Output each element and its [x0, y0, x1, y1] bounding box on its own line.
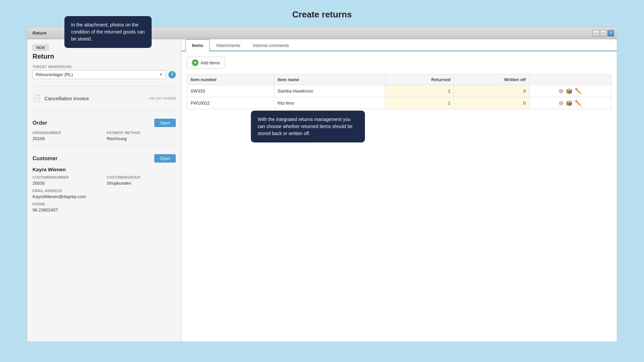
col-header-written-off: Written off — [454, 74, 529, 85]
returned-cell: 1 — [385, 85, 454, 97]
callout-box-1: In the attachment, photos on the conditi… — [64, 16, 152, 48]
customer-section: Customer Open Kayra Wienen CUSTOMERNUMBE… — [33, 151, 176, 213]
payment-method-col: PAYMENT METHOD Rechnung — [107, 131, 176, 141]
written-off-cell: 0 — [454, 85, 529, 97]
written-off-cell: 0 — [454, 97, 529, 109]
ordernumber-col: ORDERNUMBER 20109 — [33, 131, 102, 141]
order-section: Order Open ORDERNUMBER 20109 PAYMENT MET… — [33, 115, 176, 141]
document-icon: 📄 — [33, 94, 41, 102]
maximize-button[interactable]: □ — [600, 30, 607, 37]
col-header-item-number: Item number — [187, 74, 274, 85]
callout-1-text: In the attachment, photos on the conditi… — [71, 22, 145, 42]
not-yet-created: not yet created — [149, 96, 176, 101]
action-cell: ⊖ 📦 ✏️ — [529, 97, 611, 109]
tab-attachments[interactable]: Attachments — [210, 39, 247, 51]
plus-circle-icon: + — [192, 59, 199, 66]
ordernumber-label: ORDERNUMBER — [33, 131, 102, 135]
box-icon[interactable]: 📦 — [566, 100, 573, 106]
window-body: NEW Return TARGET WAREHOUSE Retourenlage… — [27, 39, 617, 342]
close-button[interactable]: ✕ — [607, 30, 614, 37]
email-value: KayraWienen@dayrep.com — [33, 194, 176, 199]
item-name-cell: Samba Haselnuss — [274, 85, 385, 97]
col-header-item-name: Item name — [274, 74, 385, 85]
warehouse-value: Retourenlager (RL) — [36, 72, 73, 77]
table-row: SW333 Samba Haselnuss 1 0 ⊖ 📦 ✏️ — [187, 85, 611, 97]
add-items-label: Add items — [201, 60, 220, 65]
divider-2 — [33, 110, 176, 111]
warehouse-row: Retourenlager (RL) ▼ ? — [33, 70, 176, 79]
warehouse-select[interactable]: Retourenlager (RL) ▼ — [33, 70, 166, 79]
phone-label: PHONE — [33, 202, 176, 206]
callout-box-2: With the integrated returns management y… — [251, 111, 365, 142]
customer-info-1: CUSTOMERNUMBER 20030 CUSTOMERGROUP Shopk… — [33, 176, 176, 186]
order-info: ORDERNUMBER 20109 PAYMENT METHOD Rechnun… — [33, 131, 176, 141]
order-section-header: Order Open — [33, 119, 176, 127]
sidebar-section-title: Return — [33, 53, 176, 60]
tabs-bar: Items Attachments Internal comments — [181, 39, 617, 51]
customer-open-button[interactable]: Open — [154, 154, 176, 163]
add-items-button[interactable]: + Add items — [187, 57, 225, 69]
status-badge: NEW — [33, 45, 49, 51]
delete-icon[interactable]: ⊖ — [559, 88, 563, 94]
minimize-button[interactable]: — — [593, 30, 599, 37]
main-content: Items Attachments Internal comments + Ad… — [181, 39, 617, 342]
table-body: SW333 Samba Haselnuss 1 0 ⊖ 📦 ✏️ PW1001 — [187, 85, 611, 109]
edit-icon[interactable]: ✏️ — [575, 88, 582, 94]
item-name-cell: fritz-limo — [274, 97, 385, 109]
window-title: Return — [30, 31, 47, 36]
table-row: PW10012 fritz-limo 1 0 ⊖ 📦 ✏️ — [187, 97, 611, 109]
main-window: Return — □ ✕ NEW Return TARGET WAREHOUSE… — [27, 27, 617, 342]
divider-1 — [33, 86, 176, 86]
tab-internal-comments[interactable]: Internal comments — [247, 39, 295, 51]
callout-2-text: With the integrated returns management y… — [258, 117, 353, 136]
customergroup-col: CUSTOMERGROUP Shopkunden — [107, 176, 176, 186]
email-label: EMAIL ADDRESS — [33, 189, 176, 193]
cancellation-section: 📄 Cancellation invoice not yet created — [33, 91, 176, 106]
col-header-returned: Returned — [385, 74, 454, 85]
tab-items[interactable]: Items — [185, 39, 210, 51]
content-area: + Add items Item number Item name Return… — [181, 51, 617, 342]
customer-section-header: Customer Open — [33, 154, 176, 163]
delete-icon[interactable]: ⊖ — [559, 100, 563, 106]
help-icon[interactable]: ? — [168, 71, 176, 78]
customernumber-col: CUSTOMERNUMBER 20030 — [33, 176, 102, 186]
divider-3 — [33, 146, 176, 146]
payment-method-label: PAYMENT METHOD — [107, 131, 176, 135]
cancellation-invoice-label: Cancellation invoice — [44, 96, 89, 101]
window-controls: — □ ✕ — [593, 30, 614, 37]
target-warehouse-label: TARGET WAREHOUSE — [33, 65, 176, 69]
payment-method-value: Rechnung — [107, 136, 176, 141]
table-header: Item number Item name Returned Written o… — [187, 74, 611, 85]
ordernumber-value: 20109 — [33, 136, 102, 141]
box-icon[interactable]: 📦 — [566, 88, 573, 94]
edit-icon[interactable]: ✏️ — [575, 100, 582, 106]
order-open-button[interactable]: Open — [154, 119, 176, 127]
phone-value: 06 23602457 — [33, 207, 176, 213]
item-number-cell: SW333 — [187, 85, 274, 97]
action-cell: ⊖ 📦 ✏️ — [529, 85, 611, 97]
items-table: Item number Item name Returned Written o… — [187, 74, 611, 109]
chevron-down-icon: ▼ — [159, 73, 163, 76]
customernumber-label: CUSTOMERNUMBER — [33, 176, 102, 179]
sidebar: NEW Return TARGET WAREHOUSE Retourenlage… — [27, 39, 181, 342]
col-header-actions — [529, 74, 611, 85]
customernumber-value: 20030 — [33, 181, 102, 186]
customer-title: Customer — [33, 156, 58, 162]
customer-name: Kayra Wienen — [33, 167, 176, 172]
order-title: Order — [33, 120, 47, 126]
customergroup-value: Shopkunden — [107, 181, 176, 186]
customergroup-label: CUSTOMERGROUP — [107, 176, 176, 179]
item-number-cell: PW10012 — [187, 97, 274, 109]
returned-cell: 1 — [385, 97, 454, 109]
